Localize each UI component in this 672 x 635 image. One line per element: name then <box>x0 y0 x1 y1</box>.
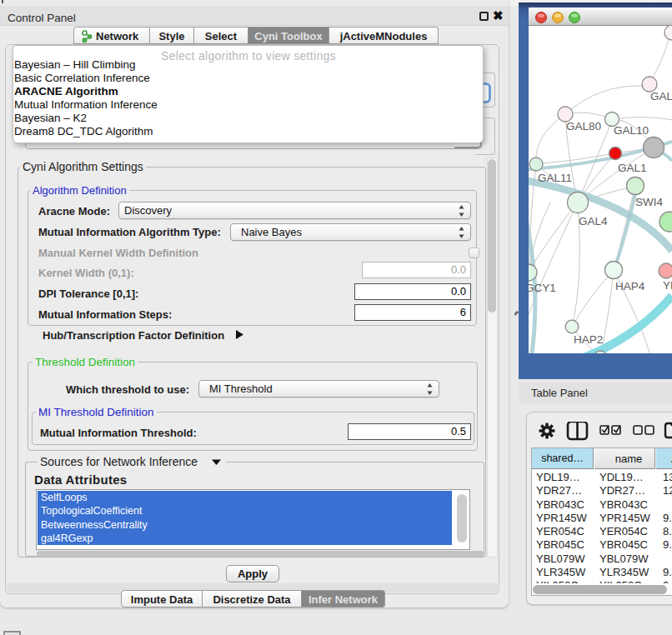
svg-text:GAL4: GAL4 <box>579 215 608 228</box>
svg-text:GAL11: GAL11 <box>538 172 572 184</box>
svg-text:GCY1: GCY1 <box>529 282 556 294</box>
svg-text:GAL2: GAL2 <box>650 90 672 102</box>
svg-text:HAP2: HAP2 <box>574 333 603 346</box>
svg-text:GAL10: GAL10 <box>614 124 649 137</box>
svg-text:HAP4: HAP4 <box>615 280 645 292</box>
svg-text:SWI4: SWI4 <box>635 196 663 208</box>
svg-text:GAL1: GAL1 <box>618 162 647 174</box>
svg-text:GAL80: GAL80 <box>566 120 601 132</box>
svg-text:YM: YM <box>663 279 672 292</box>
